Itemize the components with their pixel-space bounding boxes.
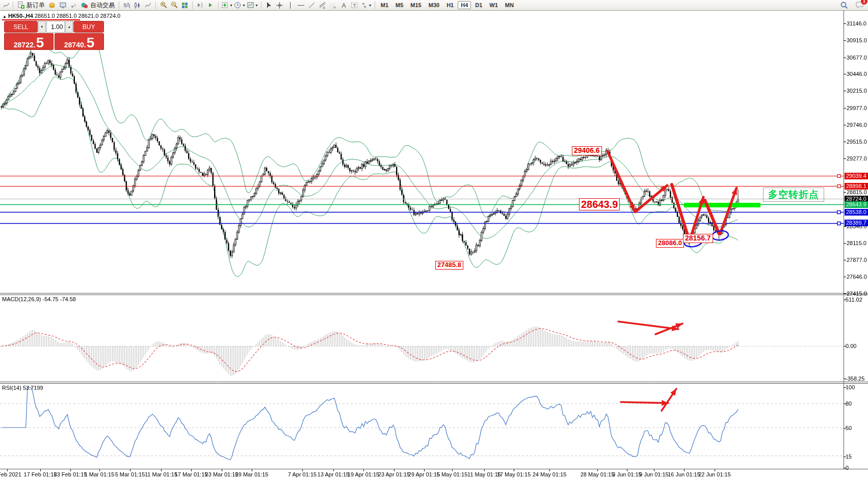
time-tick-label: 23 Feb 01:15 [54,471,87,477]
collapse-triangle-icon[interactable]: ▲ [3,14,7,19]
periods-clock-icon[interactable]: ▼ [234,1,246,10]
terminal-icon[interactable] [58,1,68,10]
volume-input[interactable]: 1.00 [46,21,65,33]
price-annotation[interactable]: 27485.8 [435,261,463,270]
bar-chart-icon[interactable] [122,1,131,10]
buy-price-pip: 5 [87,37,95,48]
price-axis-badge: 29039.4 [845,173,868,179]
time-tick-label: 11 May 01:15 [467,471,501,477]
time-tick-label: 19 Apr 01:15 [348,471,379,477]
svg-text:A: A [341,2,346,9]
price-tick-label: 30446.0 [847,71,867,77]
chevron-down-icon: ▼ [255,4,258,7]
trendline-icon[interactable] [307,1,317,10]
price-tick-label: 27877.0 [847,257,867,263]
time-tick-label: 3 Jun 01:15 [612,471,642,477]
timeframe-D1[interactable]: D1 [472,1,485,9]
text-label-icon[interactable]: T [350,1,359,10]
crosshair-icon[interactable] [275,1,284,10]
indicator-tick-label: 100 [846,384,855,390]
chart-canvas[interactable] [0,0,868,480]
price-axis-badge: 28898.1 [845,183,868,190]
arrows-shapes-icon[interactable]: ▼ [360,1,372,10]
price-annotation[interactable]: 28156.7 [683,234,713,243]
time-tick-label: 11 Mar 01:15 [145,471,177,477]
new-order-icon[interactable] [16,1,25,10]
macd-indicator-label: MACD(12,26,9) -54.75 -74.58 [2,296,76,302]
sell-price-pip: 5 [36,37,44,48]
cursor-icon[interactable] [264,1,274,10]
coins-icon[interactable] [47,1,57,10]
chart-template-icon[interactable]: ▼ [247,1,258,10]
vertical-line-icon[interactable] [285,1,295,10]
price-annotation[interactable]: 28643.9 [579,198,620,210]
price-tick-label: 31146.0 [847,20,866,26]
price-tick-label: 28115.0 [847,240,866,246]
timeframe-MN[interactable]: MN [502,1,517,9]
one-click-trade-panel: SELL ▼ 1.00 ▲ BUY 28722.5 28740.5 [4,21,104,50]
add-indicator-icon[interactable]: ▼ [221,1,233,10]
auto-scroll-icon[interactable] [206,1,216,10]
new-order-label[interactable]: 新订单 [27,1,45,10]
channel-grid-icon[interactable]: F [328,1,338,10]
price-tick-label: 30215.0 [847,88,867,94]
symbol-name: HK50-,H4 [8,13,33,19]
price-tick-label: 27646.0 [847,274,867,280]
clipped-chart-icon[interactable] [1,1,10,10]
rsi-indicator-label: RSI(14) 53.7199 [2,385,43,391]
price-axis-badge: 28538.0 [845,209,868,216]
price-tick-label: 30915.0 [847,37,867,43]
indicator-tick-label: 511.02 [846,297,862,303]
svg-text:E: E [323,6,325,9]
chevron-down-icon: ▼ [369,4,372,7]
time-tick-label: 13 Apr 01:15 [318,471,349,477]
time-tick-label: 22 Jun 01:15 [698,471,731,477]
timeframe-M15[interactable]: M15 [407,1,424,9]
timeframe-M30[interactable]: M30 [426,1,442,9]
price-annotation[interactable]: 29406.6 [572,146,602,155]
sell-button[interactable]: SELL [4,21,38,33]
time-tick-label: 23 Mar 01:15 [205,471,239,477]
sell-price-display[interactable]: 28722.5 [4,33,54,50]
notifications-icon[interactable]: 1 [855,1,864,10]
ohlc-values: 28651.0 28851.0 28621.0 28724.0 [35,13,120,19]
tile-windows-icon[interactable] [180,1,190,10]
zoom-out-icon[interactable] [169,1,179,10]
search-icon[interactable] [839,1,849,10]
time-tick-label: 29 Mar 01:15 [235,471,269,477]
timeframe-H1[interactable]: H1 [443,1,457,9]
indicator-tick-label: 0.00 [846,343,856,349]
toolbar-separator [218,2,219,9]
volume-increase-button[interactable]: ▲ [65,21,73,33]
timeframe-M5[interactable]: M5 [392,1,406,9]
time-tick-label: 24 May 01:15 [533,471,567,477]
auto-trading-label[interactable]: 自动交易 [90,1,115,10]
text-icon[interactable]: A [339,1,349,10]
price-tick-label: 29515.0 [847,139,867,145]
price-axis-badge: 28643.9 [845,201,868,208]
auto-trading-icon[interactable] [80,1,89,10]
buy-price-main: 28740. [64,41,86,48]
time-tick-label: 5 May 01:15 [437,471,468,477]
price-tick-label: 28815.0 [847,189,867,195]
volume-decrease-button[interactable]: ▼ [38,21,46,33]
chart-shift-icon[interactable] [195,1,205,10]
zoom-in-icon[interactable] [159,1,168,10]
buy-price-display[interactable]: 28740.5 [55,33,104,50]
time-tick-label: 29 Apr 01:15 [408,471,440,477]
timeframe-M1[interactable]: M1 [378,1,391,9]
toolbar-separator [192,2,193,9]
horizontal-line-icon[interactable] [296,1,306,10]
fibonacci-icon[interactable]: E [318,1,327,10]
symbol-underline [2,19,80,20]
timeframe-H4[interactable]: H4 [458,1,471,9]
time-tick-label: 17 Mar 01:15 [175,471,208,477]
buy-button[interactable]: BUY [73,21,104,33]
price-annotation[interactable]: 28086.0 [656,239,684,248]
signal-icon[interactable] [69,1,78,10]
candlestick-chart-icon[interactable] [133,1,142,10]
line-chart-icon[interactable] [143,1,153,10]
timeframe-W1[interactable]: W1 [486,1,501,9]
pivot-point-annotation[interactable]: 多空转折点 [763,188,824,202]
price-axis-badge: 28389.7 [845,220,868,226]
